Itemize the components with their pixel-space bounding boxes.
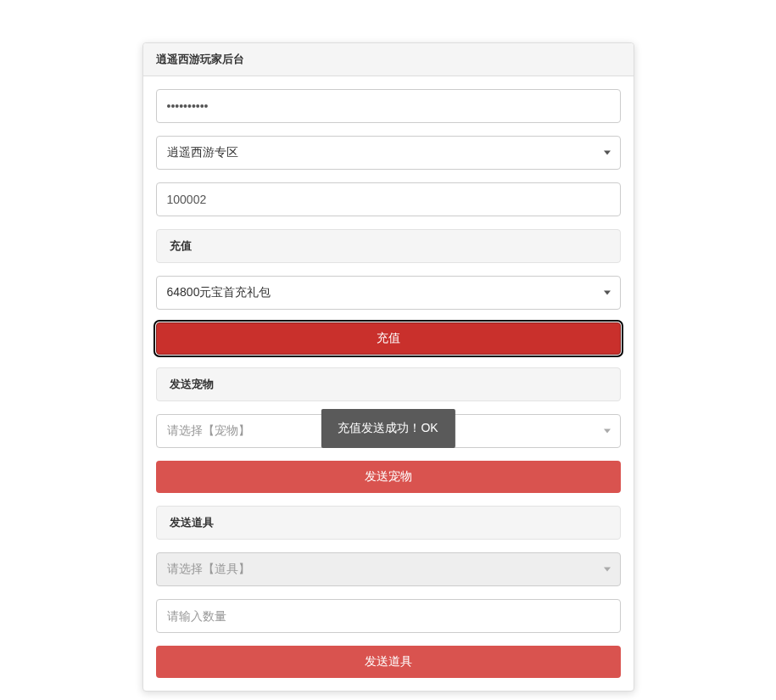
item-qty-group (156, 599, 621, 633)
item-select-placeholder: 请选择【道具】 (156, 552, 621, 586)
send-item-button-group: 发送道具 (156, 646, 621, 678)
send-item-button[interactable]: 发送道具 (156, 646, 621, 678)
panel-title: 逍遥西游玩家后台 (143, 43, 634, 76)
package-select-value: 64800元宝首充礼包 (156, 276, 621, 310)
admin-panel: 逍遥西游玩家后台 逍遥西游专区 充值 64800元宝首充礼包 充值 发送宠物 (142, 42, 634, 692)
zone-select-value: 逍遥西游专区 (156, 136, 621, 170)
recharge-header: 充值 (156, 229, 621, 263)
password-input[interactable] (156, 89, 621, 123)
package-group: 64800元宝首充礼包 (156, 276, 621, 310)
panel-body: 逍遥西游专区 充值 64800元宝首充礼包 充值 发送宠物 请选择【宠物】 (143, 76, 634, 691)
item-select[interactable]: 请选择【道具】 (156, 552, 621, 586)
caret-down-icon (604, 151, 611, 155)
send-pet-button-group: 发送宠物 (156, 461, 621, 493)
password-group (156, 89, 621, 123)
recharge-button-group: 充值 (156, 322, 621, 355)
player-id-group (156, 182, 621, 216)
item-select-group: 请选择【道具】 (156, 552, 621, 586)
zone-group: 逍遥西游专区 (156, 136, 621, 170)
package-select[interactable]: 64800元宝首充礼包 (156, 276, 621, 310)
caret-down-icon (604, 568, 611, 572)
toast-message: 充值发送成功！OK (321, 409, 455, 448)
caret-down-icon (604, 291, 611, 295)
item-qty-input[interactable] (156, 599, 621, 633)
item-header: 发送道具 (156, 506, 621, 540)
pet-header: 发送宠物 (156, 367, 621, 401)
recharge-button[interactable]: 充值 (156, 322, 621, 355)
zone-select[interactable]: 逍遥西游专区 (156, 136, 621, 170)
send-pet-button[interactable]: 发送宠物 (156, 461, 621, 493)
caret-down-icon (604, 429, 611, 434)
player-id-input[interactable] (156, 182, 621, 216)
